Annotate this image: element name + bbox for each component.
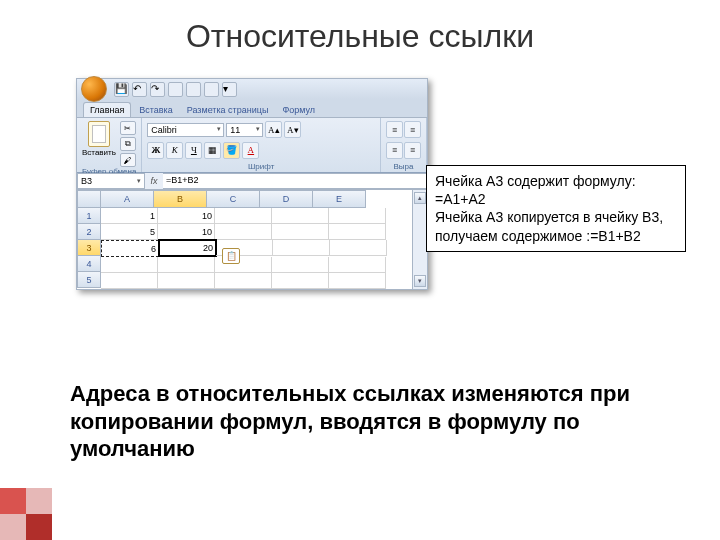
bold-button[interactable]: Ж <box>147 142 164 159</box>
cell[interactable] <box>215 224 272 240</box>
excel-screenshot: 💾 ↶ ↷ ▾ Главная Вставка Разметка страниц… <box>76 78 428 290</box>
cell[interactable] <box>329 208 386 224</box>
cell[interactable] <box>158 257 215 273</box>
cell[interactable] <box>215 208 272 224</box>
table-row: 5 10 <box>101 224 412 240</box>
group-title-align: Выра <box>386 162 421 171</box>
cell[interactable] <box>272 257 329 273</box>
italic-button[interactable]: К <box>166 142 183 159</box>
paste-label: Вставить <box>82 148 116 157</box>
quick-access-toolbar: 💾 ↶ ↷ ▾ <box>77 79 427 99</box>
cell[interactable] <box>329 273 386 289</box>
font-size-combo[interactable]: 11 <box>226 123 263 137</box>
slide-decoration-icon <box>0 488 52 540</box>
ribbon-tabs: Главная Вставка Разметка страницы Формул <box>77 99 427 118</box>
qat-icon[interactable] <box>168 82 183 97</box>
vertical-scrollbar[interactable]: ▴ ▾ <box>412 190 427 289</box>
table-row: 6 20 <box>101 240 412 257</box>
tab-insert[interactable]: Вставка <box>133 103 178 117</box>
callout-line2: Ячейка А3 копируется в ячейку В3, получа… <box>435 208 677 244</box>
tab-formulas[interactable]: Формул <box>276 103 321 117</box>
cell[interactable]: 10 <box>158 208 215 224</box>
row-header[interactable]: 3 <box>77 240 101 256</box>
cell[interactable] <box>101 257 158 273</box>
formula-input[interactable]: =B1+B2 <box>163 173 427 189</box>
align-left-icon[interactable]: ≡ <box>386 142 403 159</box>
row-header[interactable]: 2 <box>77 224 101 240</box>
cell-selected[interactable]: 20 <box>159 240 216 256</box>
format-painter-icon[interactable]: 🖌 <box>120 153 136 167</box>
select-all-corner[interactable] <box>77 190 101 208</box>
cell[interactable] <box>273 240 330 256</box>
shrink-font-icon[interactable]: A▾ <box>284 121 301 138</box>
table-row <box>101 273 412 289</box>
cell[interactable]: 10 <box>158 224 215 240</box>
cell[interactable] <box>215 273 272 289</box>
save-icon[interactable]: 💾 <box>114 82 129 97</box>
cell[interactable]: 1 <box>101 208 158 224</box>
row-header[interactable]: 5 <box>77 272 101 288</box>
border-button[interactable]: ▦ <box>204 142 221 159</box>
spreadsheet-grid: 1 2 3 4 5 A B C D E 1 10 <box>77 190 427 289</box>
callout-box: Ячейка А3 содержит формулу: =А1+А2 Ячейк… <box>426 165 686 252</box>
font-name-combo[interactable]: Calibri <box>147 123 224 137</box>
slide-title: Относительные ссылки <box>0 0 720 55</box>
tab-layout[interactable]: Разметка страницы <box>181 103 275 117</box>
font-color-button[interactable]: A <box>242 142 259 159</box>
cell-copied[interactable]: 6 <box>101 240 159 257</box>
ribbon-group-clipboard: Вставить ✂ ⧉ 🖌 Буфер обмена <box>77 118 142 172</box>
callout-line1: Ячейка А3 содержит формулу: =А1+А2 <box>435 172 677 208</box>
clipboard-icon <box>88 121 110 147</box>
cell[interactable] <box>330 240 387 256</box>
col-header[interactable]: A <box>101 190 154 208</box>
col-header[interactable]: C <box>207 190 260 208</box>
row-header[interactable]: 1 <box>77 208 101 224</box>
cell[interactable] <box>101 273 158 289</box>
paste-button[interactable]: Вставить <box>82 121 116 167</box>
fill-color-button[interactable]: 🪣 <box>223 142 240 159</box>
table-row: 1 10 <box>101 208 412 224</box>
scroll-up-icon[interactable]: ▴ <box>414 192 426 204</box>
undo-icon[interactable]: ↶ <box>132 82 147 97</box>
paste-options-icon[interactable]: 📋 <box>222 248 240 264</box>
col-header[interactable]: B <box>154 190 207 208</box>
cell[interactable]: 5 <box>101 224 158 240</box>
col-header[interactable]: D <box>260 190 313 208</box>
formula-bar: B3 fx =B1+B2 <box>77 173 427 190</box>
align-top-icon[interactable]: ≡ <box>386 121 403 138</box>
tab-home[interactable]: Главная <box>83 102 131 117</box>
bottom-explanation: Адреса в относительных ссылках изменяютс… <box>70 380 650 463</box>
cell[interactable] <box>158 273 215 289</box>
fx-icon[interactable]: fx <box>147 176 161 186</box>
qat-more-icon[interactable]: ▾ <box>222 82 237 97</box>
grow-font-icon[interactable]: A▴ <box>265 121 282 138</box>
table-row <box>101 257 412 273</box>
cell[interactable] <box>272 224 329 240</box>
underline-button[interactable]: Ч <box>185 142 202 159</box>
redo-icon[interactable]: ↷ <box>150 82 165 97</box>
align-center-icon[interactable]: ≡ <box>404 142 421 159</box>
office-button-icon[interactable] <box>81 76 107 102</box>
ribbon-group-align: ≡≡ ≡≡ Выра <box>381 118 427 172</box>
ribbon-group-font: Calibri 11 A▴ A▾ Ж К Ч ▦ 🪣 A Шрифт <box>142 118 381 172</box>
col-header[interactable]: E <box>313 190 366 208</box>
cell[interactable] <box>329 224 386 240</box>
qat-icon[interactable] <box>186 82 201 97</box>
name-box[interactable]: B3 <box>77 173 145 189</box>
group-title-font: Шрифт <box>147 162 375 171</box>
cell[interactable] <box>272 208 329 224</box>
scroll-down-icon[interactable]: ▾ <box>414 275 426 287</box>
align-mid-icon[interactable]: ≡ <box>404 121 421 138</box>
row-header[interactable]: 4 <box>77 256 101 272</box>
cell[interactable] <box>272 273 329 289</box>
qat-icon[interactable] <box>204 82 219 97</box>
ribbon: Вставить ✂ ⧉ 🖌 Буфер обмена Calibri 11 A… <box>77 118 427 173</box>
cut-icon[interactable]: ✂ <box>120 121 136 135</box>
cell[interactable] <box>329 257 386 273</box>
copy-icon[interactable]: ⧉ <box>120 137 136 151</box>
